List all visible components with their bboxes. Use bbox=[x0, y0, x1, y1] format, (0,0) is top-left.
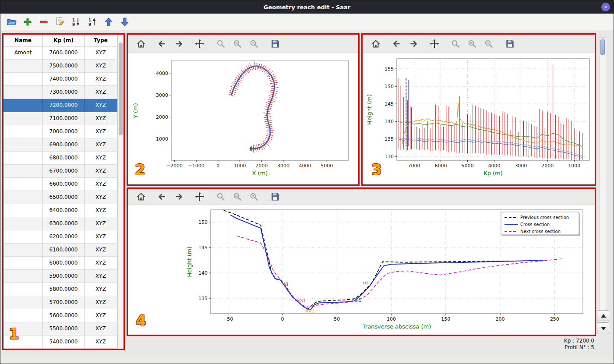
table-row[interactable]: 7200.0000XYZ bbox=[4, 99, 124, 112]
zoom-icon[interactable] bbox=[449, 37, 462, 50]
plot-toolbar bbox=[363, 35, 595, 53]
svg-text:Next cross-section: Next cross-section bbox=[520, 229, 561, 234]
subplots-icon[interactable] bbox=[466, 37, 479, 50]
cell-type: XYZ bbox=[85, 336, 117, 349]
back-icon[interactable] bbox=[156, 190, 169, 203]
remove-profile-icon[interactable] bbox=[38, 16, 50, 28]
pan-icon[interactable] bbox=[428, 37, 441, 50]
table-scrollbar-thumb[interactable] bbox=[119, 42, 123, 135]
table-row[interactable]: 6600.0000XYZ bbox=[4, 178, 124, 191]
table-row[interactable]: 6400.0000XYZ bbox=[4, 204, 124, 217]
table-row[interactable]: 5600.0000XYZ bbox=[4, 309, 124, 322]
titlebar[interactable]: Geometry reach edit - Saar × bbox=[0, 0, 614, 14]
edit-profile-icon bbox=[55, 17, 65, 27]
save-icon[interactable] bbox=[504, 37, 517, 50]
window-scrollbar[interactable] bbox=[599, 37, 606, 312]
sort-ascending-icon[interactable]: 19 bbox=[87, 16, 99, 28]
save-icon[interactable] bbox=[269, 190, 282, 203]
table-row[interactable]: 5900.0000XYZ bbox=[4, 270, 124, 283]
svg-text:Height (m): Height (m) bbox=[366, 94, 373, 125]
home-icon[interactable] bbox=[370, 37, 383, 50]
cell-name bbox=[4, 230, 43, 244]
forward-icon[interactable] bbox=[173, 37, 186, 50]
edit-profile-icon[interactable] bbox=[54, 16, 67, 28]
profile-down-button[interactable] bbox=[597, 322, 609, 333]
svg-text:140: 140 bbox=[198, 270, 208, 276]
table-row[interactable]: 6500.0000XYZ bbox=[4, 191, 124, 204]
cell-type: XYZ bbox=[85, 191, 117, 204]
open-file-icon[interactable] bbox=[6, 16, 18, 28]
profile-up-button[interactable] bbox=[597, 310, 609, 321]
cell-kp: 6500.0000 bbox=[43, 191, 85, 204]
cell-kp: 5500.0000 bbox=[43, 322, 85, 336]
cell-kp: 6100.0000 bbox=[43, 244, 85, 257]
cross-section-plot[interactable]: rgrdFG1AX1FD1Previous cross-sectionCross… bbox=[128, 205, 595, 335]
table-row[interactable]: 6200.0000XYZ bbox=[4, 230, 124, 244]
pan-icon[interactable] bbox=[194, 37, 207, 50]
customize-icon bbox=[249, 39, 259, 49]
svg-text:1000: 1000 bbox=[156, 136, 168, 142]
table-row[interactable]: 6800.0000XYZ bbox=[4, 152, 124, 165]
svg-text:Kp (m): Kp (m) bbox=[483, 170, 503, 177]
zoom-icon[interactable] bbox=[215, 37, 228, 50]
table-row[interactable]: 7300.0000XYZ bbox=[4, 86, 124, 99]
cell-name bbox=[4, 165, 43, 178]
add-profile-icon[interactable] bbox=[22, 16, 34, 28]
column-header-kp-m-[interactable]: Kp (m) bbox=[43, 35, 85, 46]
subplots-icon[interactable] bbox=[231, 190, 244, 203]
table-row[interactable]: 6300.0000XYZ bbox=[4, 217, 124, 230]
zoom-icon[interactable] bbox=[215, 190, 228, 203]
customize-icon[interactable] bbox=[248, 37, 261, 50]
table-row[interactable]: 5500.0000XYZ bbox=[4, 322, 124, 336]
subplots-icon[interactable] bbox=[231, 37, 244, 50]
forward-icon[interactable] bbox=[173, 190, 186, 203]
back-icon[interactable] bbox=[391, 37, 404, 50]
table-row[interactable]: 6700.0000XYZ bbox=[4, 165, 124, 178]
forward-icon[interactable] bbox=[407, 37, 420, 50]
cell-kp: 6600.0000 bbox=[43, 178, 85, 191]
pan-icon[interactable] bbox=[194, 190, 207, 203]
table-row[interactable]: 7400.0000XYZ bbox=[4, 73, 124, 86]
table-row[interactable]: Amont7600.0000XYZ bbox=[4, 46, 124, 60]
home-icon[interactable] bbox=[135, 190, 148, 203]
cell-type: XYZ bbox=[85, 204, 117, 217]
table-row[interactable]: 6000.0000XYZ bbox=[4, 257, 124, 270]
table-row[interactable]: 7000.0000XYZ bbox=[4, 125, 124, 138]
cell-kp: 7000.0000 bbox=[43, 125, 85, 138]
move-up-icon[interactable] bbox=[103, 16, 115, 28]
pan-icon bbox=[194, 191, 205, 202]
column-header-name[interactable]: Name bbox=[4, 35, 43, 46]
forward-icon bbox=[408, 39, 419, 49]
table-row[interactable]: 7100.0000XYZ bbox=[4, 112, 124, 125]
cell-kp: 5700.0000 bbox=[43, 296, 85, 309]
long-profile-plot[interactable]: 7000600050004000300020001000130135140145… bbox=[363, 53, 595, 184]
customize-icon[interactable] bbox=[248, 190, 261, 203]
table-row[interactable]: 5800.0000XYZ bbox=[4, 283, 124, 296]
svg-text:AX1: AX1 bbox=[305, 308, 314, 313]
window-scrollbar-thumb[interactable] bbox=[600, 39, 605, 55]
plan-view-plot[interactable]: −2000−1000010002000300040005000100020003… bbox=[128, 53, 358, 184]
table-scrollbar[interactable] bbox=[117, 35, 124, 349]
table-row[interactable]: 6100.0000XYZ bbox=[4, 244, 124, 257]
move-down-icon[interactable] bbox=[119, 16, 131, 28]
home-icon[interactable] bbox=[135, 37, 148, 50]
cell-kp: 7200.0000 bbox=[43, 99, 85, 112]
table-row[interactable]: 6900.0000XYZ bbox=[4, 138, 124, 152]
cell-name bbox=[4, 138, 43, 152]
cell-type: XYZ bbox=[85, 217, 117, 230]
svg-text:X (m): X (m) bbox=[252, 170, 268, 177]
table-row[interactable]: 5400.0000XYZ bbox=[4, 336, 124, 349]
cell-type: XYZ bbox=[85, 283, 117, 296]
customize-icon[interactable] bbox=[483, 37, 496, 50]
back-icon[interactable] bbox=[156, 37, 169, 50]
column-header-type[interactable]: Type bbox=[85, 35, 117, 46]
close-button[interactable]: × bbox=[601, 3, 610, 11]
svg-text:200: 200 bbox=[496, 316, 505, 322]
cell-name bbox=[4, 296, 43, 309]
sort-descending-icon[interactable]: 19 bbox=[71, 16, 83, 28]
svg-text:145: 145 bbox=[198, 245, 208, 251]
save-icon[interactable] bbox=[269, 37, 282, 50]
table-row[interactable]: 5700.0000XYZ bbox=[4, 296, 124, 309]
cell-kp: 6300.0000 bbox=[43, 217, 85, 230]
table-row[interactable]: 7500.0000XYZ bbox=[4, 60, 124, 73]
